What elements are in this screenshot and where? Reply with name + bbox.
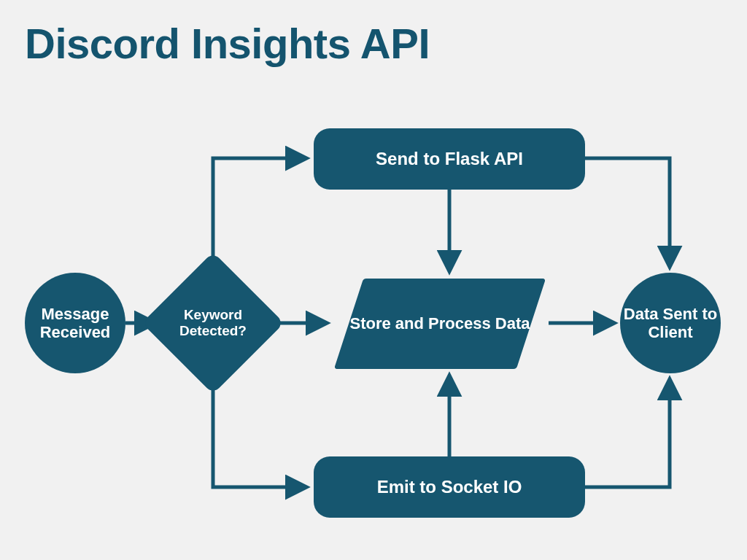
connector-socket-to-client — [585, 379, 670, 487]
node-keyword-detected: Keyword Detected? — [163, 273, 263, 373]
node-label: Send to Flask API — [376, 149, 523, 169]
node-label: Data Sent to Client — [620, 305, 721, 342]
node-data-sent: Data Sent to Client — [620, 273, 721, 373]
diagram-canvas: Discord Insights API Message Received — [0, 0, 747, 560]
connector-keyword-to-flask — [213, 158, 306, 266]
connector-keyword-to-socket — [213, 380, 306, 487]
node-label: Store and Process Data — [349, 279, 531, 369]
node-message-received: Message Received — [25, 273, 125, 373]
node-store-process: Store and Process Data — [349, 279, 531, 369]
node-send-flask: Send to Flask API — [314, 128, 585, 190]
connector-flask-to-client — [585, 158, 670, 267]
node-label: Keyword Detected? — [163, 273, 263, 373]
node-label: Message Received — [25, 305, 125, 342]
page-title: Discord Insights API — [25, 19, 430, 68]
node-emit-socket: Emit to Socket IO — [314, 456, 585, 518]
node-label: Emit to Socket IO — [377, 477, 522, 497]
